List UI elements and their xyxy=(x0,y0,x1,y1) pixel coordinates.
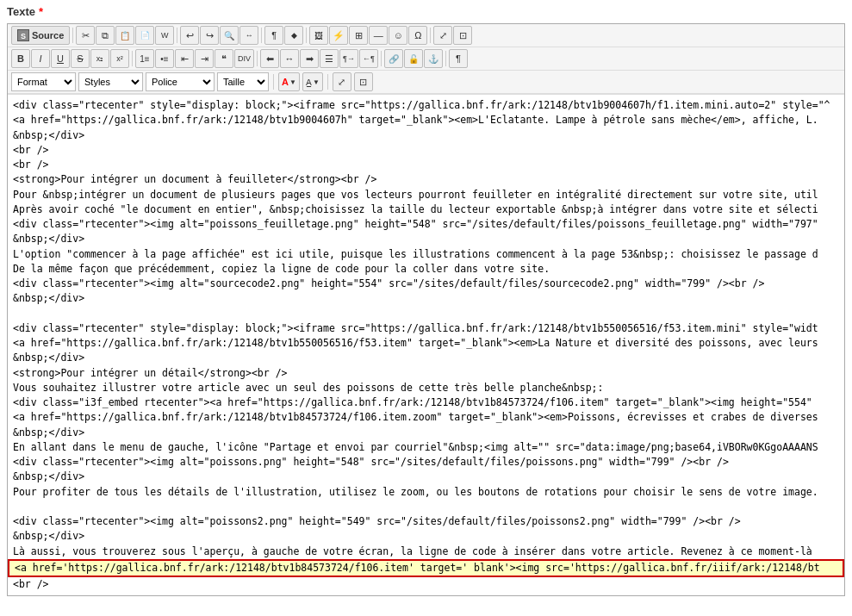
paragraph-button[interactable]: ¶ xyxy=(264,26,283,45)
sep xyxy=(327,74,328,90)
content-line: En allant dans le menu de gauche, l'icôn… xyxy=(13,440,839,455)
outdent-button[interactable]: ⇤ xyxy=(175,49,194,68)
content-line: <div class="rtecenter"><img alt="poisson… xyxy=(13,514,839,529)
source-icon: S xyxy=(17,29,29,41)
content-line: <div class="rtecenter"><img alt="poisson… xyxy=(13,455,839,470)
content-line: &nbsp;</div> xyxy=(13,232,839,246)
bg-color-arrow: ▼ xyxy=(313,78,320,86)
cut-button[interactable]: ✂ xyxy=(76,26,95,45)
dir-rtl-icon: ←¶ xyxy=(363,54,375,63)
maximize-button[interactable]: ⤢ xyxy=(433,26,452,45)
content-line: Vous souhaitez illustrer votre article a… xyxy=(13,381,839,395)
paragraph2-icon: ¶ xyxy=(456,53,461,64)
strike-button[interactable]: S xyxy=(71,49,90,68)
indent-button[interactable]: ⇥ xyxy=(195,49,214,68)
unlink-button[interactable]: 🔓 xyxy=(404,49,423,68)
ol-button[interactable]: 1≡ xyxy=(135,49,154,68)
fg-color-button[interactable]: A ▼ xyxy=(278,72,300,91)
content-line: <br /> xyxy=(13,158,839,172)
content-line: <div class="rtecenter"><img alt="poisson… xyxy=(13,217,839,232)
smiley-button[interactable]: ☺ xyxy=(389,26,407,45)
align-right-button[interactable]: ➡ xyxy=(300,49,319,68)
align-justify-button[interactable]: ☰ xyxy=(320,49,339,68)
replace-button[interactable]: ↔ xyxy=(239,26,258,45)
sub-icon: x₂ xyxy=(96,54,104,63)
div-button[interactable]: DIV xyxy=(234,49,254,68)
paste-word-button[interactable]: W xyxy=(155,26,174,45)
content-line: <br /> xyxy=(13,577,839,592)
content-line: Pour &nbsp;intégrer un document de plusi… xyxy=(13,188,839,202)
dir-rtl-button[interactable]: ←¶ xyxy=(359,49,378,68)
link-icon: 🔗 xyxy=(389,54,399,64)
special-button[interactable]: Ω xyxy=(408,26,427,45)
flash-button[interactable]: ⚡ xyxy=(329,26,348,45)
align-left-icon: ⬅ xyxy=(266,53,274,65)
italic-button[interactable]: I xyxy=(31,49,50,68)
format-select[interactable]: Format xyxy=(11,72,76,91)
find-button[interactable]: 🔍 xyxy=(220,26,239,45)
unlink-icon: 🔓 xyxy=(408,54,419,64)
styles-select[interactable]: Styles xyxy=(78,72,143,91)
underline-button[interactable]: U xyxy=(51,49,70,68)
police-select[interactable]: Police xyxy=(146,72,215,91)
anchor-button[interactable]: ⚓ xyxy=(424,49,443,68)
sub-button[interactable]: x₂ xyxy=(90,49,109,68)
blockquote-button[interactable]: ❝ xyxy=(215,49,233,68)
paste-text-button[interactable]: 📄 xyxy=(135,26,154,45)
content-line: &nbsp;</div> xyxy=(13,470,839,484)
content-line: &nbsp;</div> xyxy=(13,291,839,306)
field-label-row: Texte * xyxy=(0,0,852,20)
hline-button[interactable]: — xyxy=(369,26,388,45)
special-icon: Ω xyxy=(414,30,421,40)
content-line: <strong>Pour intégrer un détail</strong>… xyxy=(13,366,839,381)
indent-icon: ⇥ xyxy=(201,53,208,65)
sep xyxy=(381,51,382,66)
undo-button[interactable]: ↩ xyxy=(180,26,199,45)
content-line: De la même façon que précédemment, copie… xyxy=(13,262,839,277)
content-line: <div class="rtecenter" style="display: b… xyxy=(13,321,839,336)
div-icon: DIV xyxy=(238,54,251,63)
ul-button[interactable]: •≡ xyxy=(155,49,174,68)
toolbar-row-3: Format Styles Police Taille A ▼ A̲ ▼ ⤢ ⊡ xyxy=(8,71,844,94)
content-line: &nbsp;</div> xyxy=(13,426,839,440)
highlighted-content-line: <a href='https://gallica.bnf.fr/ark:/121… xyxy=(8,559,844,577)
sep xyxy=(261,28,262,43)
image-button[interactable]: 🖼 xyxy=(309,26,328,45)
taille-select[interactable]: Taille xyxy=(217,72,269,91)
maximize2-button[interactable]: ⤢ xyxy=(333,72,351,91)
paragraph-icon: ¶ xyxy=(271,30,277,40)
sep xyxy=(445,51,446,66)
fg-color-icon: A xyxy=(282,77,289,87)
redo-button[interactable]: ↪ xyxy=(200,26,219,45)
showblocks-button[interactable]: ⊡ xyxy=(453,26,472,45)
cut-icon: ✂ xyxy=(82,30,90,41)
bold-button[interactable]: B xyxy=(11,49,30,68)
paste-button[interactable]: 📋 xyxy=(115,26,134,45)
hline-icon: — xyxy=(374,30,383,40)
copy-button[interactable]: ⧉ xyxy=(96,26,115,45)
ul-icon: •≡ xyxy=(160,54,168,64)
align-left-button[interactable]: ⬅ xyxy=(260,49,279,68)
table-icon: ⊞ xyxy=(355,30,363,41)
content-line: <a href="https://gallica.bnf.fr/ark:/121… xyxy=(13,410,839,425)
link-button[interactable]: 🔗 xyxy=(384,49,403,68)
source-button[interactable]: S Source xyxy=(11,26,70,45)
content-line: L'option "commencer à la page affichée" … xyxy=(13,247,839,262)
bg-color-button[interactable]: A̲ ▼ xyxy=(302,72,323,91)
anchor-icon: ⚓ xyxy=(428,54,438,64)
showblocks2-button[interactable]: ⊡ xyxy=(354,72,373,91)
content-line: Après avoir coché "le document en entier… xyxy=(13,202,839,217)
table-button[interactable]: ⊞ xyxy=(349,26,368,45)
paragraph2-button[interactable]: ¶ xyxy=(449,49,468,68)
align-center-button[interactable]: ↔ xyxy=(280,49,299,68)
sup-button[interactable]: x² xyxy=(110,49,129,68)
blockquote-icon: ❝ xyxy=(221,53,227,65)
content-line: <a href="https://gallica.bnf.fr/ark:/121… xyxy=(13,113,839,128)
maximize-icon: ⤢ xyxy=(439,30,447,41)
dir-ltr-button[interactable]: ¶→ xyxy=(339,49,358,68)
toolbar-row-1: S Source ✂ ⧉ 📋 📄 W ↩ ↪ 🔍 ↔ ¶ ◆ 🖼 ⚡ ⊞ — ☺… xyxy=(8,24,844,47)
content-line: <br /> xyxy=(13,143,839,158)
content-area[interactable]: <div class="rtecenter" style="display: b… xyxy=(8,94,844,595)
source2-button[interactable]: ◆ xyxy=(284,26,303,45)
sep xyxy=(430,28,431,43)
